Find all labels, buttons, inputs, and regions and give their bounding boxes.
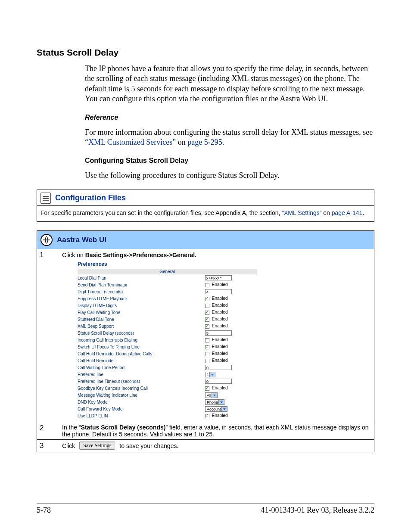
checkbox-label: Enabled — [211, 282, 227, 287]
setting-label: XML Beep Support — [78, 323, 205, 330]
setting-label: Goodbye Key Cancels Incoming Call — [78, 385, 205, 392]
step-1-number: 1 — [37, 249, 59, 422]
setting-label: Use LLDP ELIN — [78, 412, 205, 419]
checkbox-label: Enabled — [211, 351, 227, 356]
text-input[interactable]: 0 — [205, 379, 232, 384]
chevron-down-icon — [221, 407, 227, 411]
select-value: All — [207, 393, 211, 398]
setting-label: Preferred line Timeout (seconds) — [78, 378, 205, 385]
checkbox[interactable] — [205, 352, 209, 356]
setting-control: All — [205, 392, 265, 398]
setting-control: 1 — [205, 371, 265, 378]
setting-label: Preferred line — [78, 371, 205, 378]
checkbox-label: Enabled — [211, 303, 227, 308]
configuration-files-box: Configuration Files For specific paramet… — [37, 190, 374, 222]
footer-page-number: 5-78 — [37, 506, 51, 515]
settings-row: XML Beep Support Enabled — [78, 323, 265, 330]
select-dropdown[interactable]: 1 — [205, 372, 215, 377]
setting-control: Enabled — [205, 412, 265, 419]
checkbox[interactable] — [205, 283, 209, 287]
settings-row: Switch UI Focus To Ringing Line Enabled — [78, 343, 265, 350]
checkbox-label: Enabled — [211, 317, 227, 321]
text-input[interactable]: 4 — [205, 289, 232, 294]
select-dropdown[interactable]: All — [205, 392, 218, 398]
setting-control: Enabled — [205, 343, 265, 350]
setting-label: Stuttered Dial Tone — [78, 316, 205, 323]
document-icon — [40, 193, 51, 204]
step-1-text-a: Click on — [62, 252, 85, 258]
setting-label: DND Key Mode — [78, 398, 205, 405]
select-value: Phone — [207, 400, 218, 404]
configuring-paragraph: Use the following procedures to configur… — [37, 171, 374, 180]
configuration-files-body: For specific parameters you can set in t… — [37, 206, 374, 221]
setting-label: Display DTMF Digits — [78, 302, 205, 309]
chevron-down-icon — [209, 372, 215, 377]
checkbox[interactable] — [205, 297, 209, 301]
settings-table: Local Dial Planx+#|xx+^Send Dial Plan Te… — [78, 274, 265, 419]
settings-row: Call Waiting Tone Period0 — [78, 364, 265, 371]
xml-customized-services-link[interactable]: “XML Customized Services” — [85, 138, 176, 146]
select-dropdown[interactable]: Account — [205, 406, 227, 412]
text-input[interactable]: 0 — [205, 365, 232, 370]
xml-settings-link[interactable]: “XML Settings” — [282, 209, 321, 216]
save-settings-button[interactable]: Save Settings — [79, 442, 115, 450]
step-3-b: to save your changes. — [119, 442, 178, 449]
setting-control: Enabled — [205, 295, 265, 302]
footer-doc-id: 41-001343-01 Rev 03, Release 3.2.2 — [261, 506, 374, 515]
setting-label: Play Call Waiting Tone — [78, 309, 205, 316]
checkbox[interactable] — [205, 304, 209, 308]
checkbox[interactable] — [205, 345, 209, 349]
settings-row: Digit Timeout (seconds)4 — [78, 288, 265, 295]
settings-row: Preferred line1 — [78, 371, 265, 378]
setting-control: Enabled — [205, 357, 265, 364]
checkbox[interactable] — [205, 386, 209, 391]
checkbox[interactable] — [205, 324, 209, 329]
page-5-295-link[interactable]: page 5-295 — [187, 138, 222, 146]
step-2-fieldname: Status Scroll Delay (seconds) — [81, 424, 166, 431]
setting-label: Call Hold Reminder During Active Calls — [78, 350, 205, 357]
setting-control: Enabled — [205, 323, 265, 330]
page-title: Status Scroll Delay — [37, 47, 374, 58]
reference-text: For more information about configuring t… — [85, 128, 373, 137]
checkbox[interactable] — [205, 311, 209, 315]
settings-row: Call Forward Key ModeAccount — [78, 405, 265, 412]
settings-row: DND Key ModePhone — [78, 398, 265, 405]
box1-on: on — [321, 209, 331, 216]
select-dropdown[interactable]: Phone — [205, 399, 224, 405]
settings-row: Send Dial Plan Terminator Enabled — [78, 281, 265, 288]
checkbox[interactable] — [205, 414, 209, 418]
setting-label: Call Hold Reminder — [78, 357, 205, 364]
checkbox[interactable] — [205, 359, 209, 363]
text-input[interactable]: 5 — [205, 330, 232, 336]
settings-row: Message Waiting Indicator LineAll — [78, 392, 265, 398]
settings-row: Use LLDP ELIN Enabled — [78, 412, 265, 419]
checkbox[interactable] — [205, 338, 209, 342]
configuration-files-title: Configuration Files — [55, 193, 126, 202]
checkbox-label: Enabled — [211, 386, 227, 390]
aastra-web-ui-title: Aastra Web UI — [57, 236, 106, 244]
setting-control: Enabled — [205, 350, 265, 357]
settings-row: Local Dial Planx+#|xx+^ — [78, 274, 265, 281]
text-input[interactable]: x+#|xx+^ — [205, 275, 232, 280]
reference-paragraph: For more information about configuring t… — [37, 128, 374, 148]
globe-icon — [40, 234, 53, 246]
settings-row: Status Scroll Delay (seconds)5 — [78, 330, 265, 336]
step-3-a: Click — [62, 442, 75, 449]
step-2-text: In the “Status Scroll Delay (seconds)” f… — [59, 422, 374, 440]
setting-control: x+#|xx+^ — [205, 274, 265, 281]
configuring-heading: Configuring Status Scroll Delay — [37, 157, 374, 165]
setting-label: Send Dial Plan Terminator — [78, 281, 205, 288]
settings-row: Call Hold Reminder During Active Calls E… — [78, 350, 265, 357]
page-a-141-link[interactable]: page A-141 — [332, 209, 363, 216]
checkbox-label: Enabled — [211, 296, 227, 301]
checkbox[interactable] — [205, 317, 209, 322]
chevron-down-icon — [212, 393, 217, 398]
setting-control: Enabled — [205, 281, 265, 288]
setting-control: 5 — [205, 330, 265, 336]
select-value: 1 — [207, 373, 209, 377]
setting-label: Digit Timeout (seconds) — [78, 288, 205, 295]
setting-label: Call Forward Key Mode — [78, 405, 205, 412]
setting-control: Phone — [205, 398, 265, 405]
setting-label: Call Waiting Tone Period — [78, 364, 205, 371]
settings-row: Play Call Waiting Tone Enabled — [78, 309, 265, 316]
